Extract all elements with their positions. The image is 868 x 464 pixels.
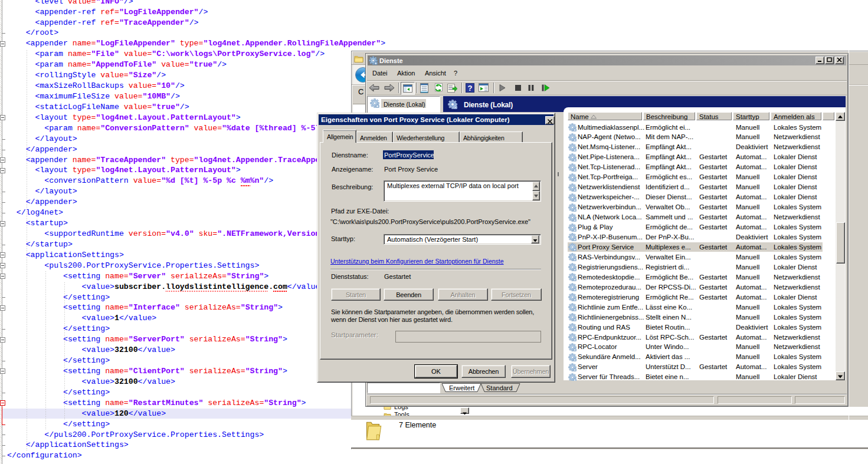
- svg-text:Erweitert: Erweitert: [449, 384, 474, 391]
- svg-text:Standard: Standard: [486, 384, 513, 391]
